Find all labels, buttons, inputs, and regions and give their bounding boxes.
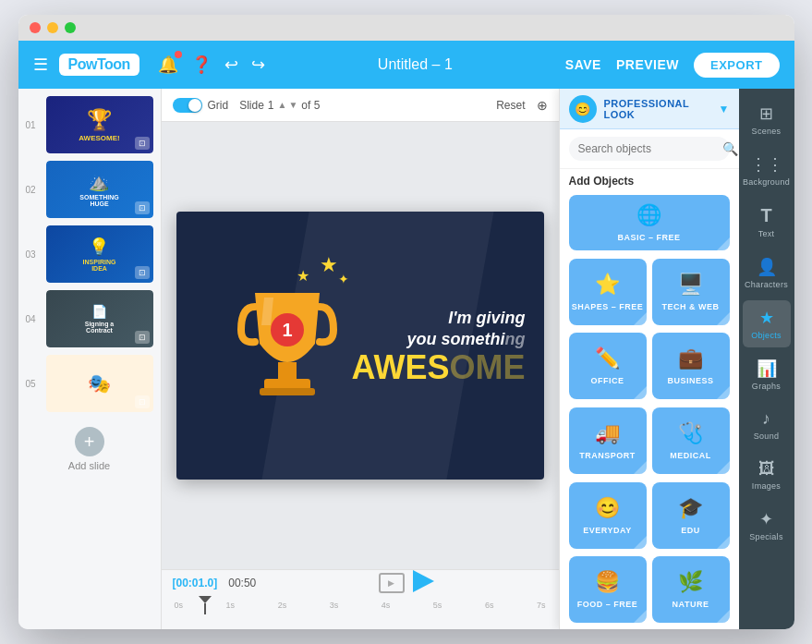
play-button[interactable] (408, 567, 436, 599)
add-objects-label: Add Objects (560, 169, 739, 191)
panel-header: 😊 PROFESSIONAL LOOK ▼ (560, 89, 739, 129)
category-card-basic-free[interactable]: 🌐 BASIC – FREE (569, 195, 730, 250)
toggle-track[interactable] (173, 98, 202, 113)
office-label: OFFICE (591, 376, 624, 385)
panel-dropdown-icon[interactable]: ▼ (719, 103, 730, 115)
undo-icon[interactable]: ↩ (224, 55, 238, 75)
nav-actions: SAVE PREVIEW EXPORT (565, 53, 780, 78)
edu-label: EDU (681, 526, 700, 535)
timeline-area: [00:01.0] 00:50 ▶ (162, 569, 559, 629)
save-button[interactable]: SAVE (565, 57, 601, 72)
card-fold (634, 536, 647, 549)
card-fold (717, 386, 730, 399)
category-card-everyday[interactable]: 😊 EVERYDAY (569, 482, 647, 549)
sidebar-item-background[interactable]: ⋮⋮ Background (743, 147, 791, 194)
text-label: Text (758, 229, 775, 238)
slide-thumbnail-4[interactable]: 📄 Signing aContract ⊡ (46, 290, 153, 347)
sidebar-item-text[interactable]: T Text (743, 198, 791, 246)
everyday-icon: 😊 (595, 496, 620, 520)
characters-label: Characters (745, 280, 788, 289)
total-time-display: 00:50 (228, 577, 256, 589)
objects-panel: 😊 PROFESSIONAL LOOK ▼ 🔍 Add Objects 🌐 BA… (559, 89, 739, 629)
trophy-object[interactable]: 1 (232, 279, 343, 412)
business-label: BUSINESS (667, 376, 713, 385)
maximize-button[interactable] (65, 22, 76, 33)
slide-number: 01 (26, 120, 41, 130)
playhead[interactable] (199, 596, 212, 614)
category-card-food-free[interactable]: 🍔 FOOD – FREE (569, 556, 647, 623)
mark-7s: 7s (537, 601, 546, 610)
category-card-nature[interactable]: 🌿 NATURE (652, 556, 730, 623)
right-toolbar: ⊞ Scenes ⋮⋮ Background T Text 👤 Characte… (739, 89, 794, 629)
sidebar-item-objects[interactable]: ★ Objects (743, 300, 791, 347)
zoom-in-button[interactable]: ⊕ (537, 98, 548, 113)
food-free-icon: 🍔 (595, 570, 620, 594)
mark-5s: 5s (433, 601, 442, 610)
slide-number: 04 (26, 314, 41, 324)
add-slide-icon: + (75, 427, 104, 456)
category-card-edu[interactable]: 🎓 EDU (652, 482, 730, 549)
characters-icon: 👤 (757, 257, 777, 277)
office-icon: ✏️ (595, 346, 620, 371)
slide-thumbnail-3[interactable]: 💡 INSPIRINGIDEA ⊡ (46, 225, 153, 283)
everyday-label: EVERYDAY (583, 526, 631, 535)
slide-nav-up[interactable]: ▲ (278, 100, 287, 110)
slide-nav-down[interactable]: ▼ (288, 100, 297, 110)
redo-icon[interactable]: ↪ (251, 55, 265, 75)
sidebar-item-characters[interactable]: 👤 Characters (743, 249, 791, 297)
sidebar-item-graphs[interactable]: 📊 Graphs (743, 351, 791, 398)
category-card-tech-web[interactable]: 🖥️ TECH & WEB (652, 259, 730, 325)
nature-icon: 🌿 (678, 570, 703, 594)
list-item: 04 📄 Signing aContract ⊡ (26, 290, 153, 347)
list-item: 01 🏆 AWESOME! ⊡ (26, 96, 153, 153)
background-label: Background (743, 177, 790, 187)
search-bar: 🔍 (560, 129, 739, 169)
minimize-button[interactable] (47, 22, 58, 33)
sidebar-item-scenes[interactable]: ⊞ Scenes (743, 96, 791, 143)
notifications-icon[interactable]: 🔔 (158, 55, 178, 75)
medical-icon: 🩺 (678, 421, 703, 445)
export-button[interactable]: EXPORT (694, 53, 779, 78)
basic-free-label: BASIC – FREE (617, 233, 680, 242)
hamburger-icon[interactable]: ☰ (33, 55, 48, 75)
sidebar-item-sound[interactable]: ♪ Sound (743, 402, 791, 448)
svg-rect-0 (278, 362, 297, 381)
category-card-business[interactable]: 💼 BUSINESS (652, 333, 730, 399)
add-slide-button[interactable]: + Add slide (26, 419, 153, 479)
slide-number: 03 (26, 249, 41, 260)
card-fold (717, 461, 730, 474)
mark-2s: 2s (278, 601, 287, 610)
mark-4s: 4s (382, 601, 391, 610)
transport-label: TRANSPORT (579, 451, 636, 460)
close-button[interactable] (30, 22, 41, 33)
add-slide-label: Add slide (68, 460, 110, 471)
slide-thumbnail-1[interactable]: 🏆 AWESOME! ⊡ (46, 96, 153, 153)
mark-3s: 3s (330, 601, 339, 610)
card-fold (717, 610, 730, 623)
slide-thumbnail-5[interactable]: 🎭 ⊡ (46, 355, 153, 412)
help-icon[interactable]: ❓ (191, 55, 212, 75)
slide-number: 05 (26, 379, 41, 389)
specials-icon: ✦ (759, 509, 773, 529)
sound-icon: ♪ (762, 409, 770, 429)
category-card-transport[interactable]: 🚚 TRANSPORT (569, 407, 647, 474)
food-free-label: FOOD – FREE (577, 600, 638, 609)
grid-toggle[interactable]: Grid (173, 98, 229, 113)
category-card-office[interactable]: ✏️ OFFICE (569, 333, 647, 399)
search-input[interactable] (578, 142, 717, 155)
sidebar-item-specials[interactable]: ✦ Specials (743, 502, 791, 549)
sidebar-item-images[interactable]: 🖼 Images (743, 452, 791, 498)
canvas-area: Grid Slide 1 ▲ ▼ of 5 Reset ⊕ (162, 89, 559, 629)
slide-canvas[interactable]: ★ ★ ✦ (176, 212, 544, 480)
category-card-shapes-free[interactable]: ⭐ SHAPES – FREE (569, 259, 647, 325)
slide-text-giving: I'm givingyou something (351, 308, 525, 351)
top-nav: ☰ PowToon 🔔 ❓ ↩ ↪ Untitled – 1 SAVE PREV… (18, 41, 794, 89)
slide-thumbnail-2[interactable]: ⛰️ SOMETHINGHUGE ⊡ (46, 161, 153, 218)
slide-text-content: I'm givingyou something AWESOME (351, 308, 525, 384)
graphs-label: Graphs (752, 382, 781, 391)
category-card-medical[interactable]: 🩺 MEDICAL (652, 407, 730, 474)
reset-button[interactable]: Reset (496, 99, 525, 112)
preview-button[interactable]: PREVIEW (616, 57, 679, 72)
card-fold (634, 610, 647, 623)
images-label: Images (752, 481, 781, 491)
